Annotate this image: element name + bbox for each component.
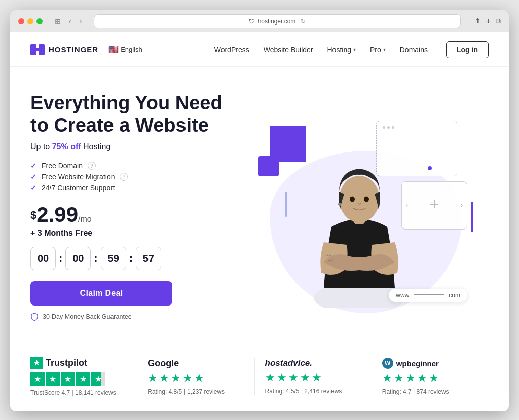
countdown-seconds: 59 xyxy=(101,247,126,270)
page-content: HOSTINGER 🇺🇸 English WordPress Website B… xyxy=(10,32,509,411)
minimize-dot[interactable] xyxy=(27,18,33,24)
new-tab-icon[interactable]: + xyxy=(486,17,491,26)
nav-wordpress[interactable]: WordPress xyxy=(214,46,249,54)
wp-icon: W xyxy=(382,358,393,369)
wpbeginner-rating-text: Rating: 4.7 | 874 reviews xyxy=(382,388,478,395)
star-3: ★ xyxy=(171,372,181,385)
maximize-dot[interactable] xyxy=(36,18,43,24)
star-half: ★ xyxy=(91,372,105,386)
countdown-sep: : xyxy=(94,252,97,265)
check-icon: ✓ xyxy=(30,162,36,170)
address-bar[interactable]: 🛡 hostinger.com ↻ xyxy=(94,14,460,28)
rating-trustpilot: ★ Trustpilot ★ ★ ★ ★ ★ TrustScore 4.7 | … xyxy=(30,357,137,396)
countdown-sep: : xyxy=(59,252,62,265)
info-icon[interactable]: ? xyxy=(120,173,128,181)
browser-titlebar: ⊞ ‹ › 🛡 hostinger.com ↻ ⬆ + ⧉ xyxy=(10,10,509,32)
ui-card-dashed xyxy=(376,121,457,176)
star-5: ★ xyxy=(194,372,204,385)
star-4: ★ xyxy=(182,372,193,385)
svg-point-8 xyxy=(350,196,355,202)
flag-icon: 🇺🇸 xyxy=(108,45,119,54)
star-5: ★ xyxy=(312,371,322,385)
feature-item: ✓ Free Website Migration ? xyxy=(30,173,243,181)
feature-label: 24/7 Customer Support xyxy=(42,184,115,192)
rating-google: Google ★ ★ ★ ★ ★ Rating: 4.8/5 | 1,237 r… xyxy=(137,358,254,395)
left-arrow-icon: ‹ xyxy=(406,202,408,209)
ui-card-solid: ‹ › xyxy=(401,181,467,230)
star-1: ★ xyxy=(265,371,275,385)
hostadvice-brand-name: hostadvice. xyxy=(265,358,361,368)
feature-label: Free Domain xyxy=(42,162,83,170)
trustpilot-logo: ★ Trustpilot xyxy=(30,357,127,369)
feature-label: Free Website Migration xyxy=(42,173,115,181)
star-2: ★ xyxy=(159,372,169,385)
claim-deal-button[interactable]: Claim Deal xyxy=(30,281,172,306)
star-3: ★ xyxy=(61,372,75,386)
share-icon[interactable]: ⬆ xyxy=(475,17,481,26)
forward-button[interactable]: › xyxy=(78,16,84,26)
hero-illustration-area: ‹ › xyxy=(243,95,489,318)
trustpilot-rating-text: TrustScore 4.7 | 18,141 reviews xyxy=(30,389,127,396)
guarantee-text: 30-Day Money-Back Guarantee xyxy=(30,313,243,321)
reload-icon[interactable]: ↻ xyxy=(301,18,306,25)
google-brand-name: Google xyxy=(147,358,244,369)
login-button[interactable]: Log in xyxy=(446,41,489,58)
browser-window: ⊞ ‹ › 🛡 hostinger.com ↻ ⬆ + ⧉ HOSTINGER xyxy=(10,10,509,411)
discount-highlight: 75% off xyxy=(52,142,81,151)
months-free-text: + 3 Months Free xyxy=(30,228,243,238)
url-bar: www. .com xyxy=(389,289,467,302)
info-icon[interactable]: ? xyxy=(88,162,96,170)
star-4: ★ xyxy=(300,371,310,385)
browser-dots xyxy=(18,18,43,24)
price-dollar: $ xyxy=(30,209,36,221)
security-icon: 🛡 xyxy=(249,18,255,25)
hero-content-left: Everything You Need to Create a Website … xyxy=(30,92,243,321)
countdown-minutes: 00 xyxy=(65,247,91,270)
lang-label: English xyxy=(121,46,142,53)
star-1: ★ xyxy=(382,372,392,385)
star-1: ★ xyxy=(30,372,45,386)
price-period: /mo xyxy=(78,215,92,223)
language-selector[interactable]: 🇺🇸 English xyxy=(108,45,142,54)
nav-pro[interactable]: Pro ▾ xyxy=(370,46,386,54)
hostadvice-rating-text: Rating: 4.5/5 | 2,416 reviews xyxy=(265,388,361,395)
sidebar-toggle-icon[interactable]: ⊞ xyxy=(53,16,63,26)
site-logo[interactable]: HOSTINGER xyxy=(30,44,98,55)
star-2: ★ xyxy=(394,372,404,385)
plus-icon xyxy=(428,198,440,213)
back-button[interactable]: ‹ xyxy=(67,16,73,26)
countdown-frames: 57 xyxy=(136,247,161,270)
purple-square-small xyxy=(258,156,279,176)
hero-section: Everything You Need to Create a Website … xyxy=(10,67,509,341)
star-2: ★ xyxy=(46,372,60,386)
star-1: ★ xyxy=(147,372,158,385)
svg-point-7 xyxy=(339,176,380,222)
svg-point-9 xyxy=(364,196,369,202)
small-accent-dot xyxy=(428,166,432,170)
browser-nav: ⊞ ‹ › xyxy=(53,16,84,26)
hosting-chevron-icon: ▾ xyxy=(353,47,356,52)
nav-website-builder[interactable]: Website Builder xyxy=(264,46,313,54)
svg-point-10 xyxy=(338,203,341,206)
browser-actions: ⬆ + ⧉ xyxy=(475,17,501,26)
close-dot[interactable] xyxy=(18,18,24,24)
hero-title: Everything You Need to Create a Website xyxy=(30,92,243,136)
star-4: ★ xyxy=(417,372,427,385)
main-nav: WordPress Website Builder Hosting ▾ Pro … xyxy=(214,41,489,58)
star-3: ★ xyxy=(288,371,299,385)
windows-icon[interactable]: ⧉ xyxy=(496,17,501,26)
hero-subtitle: Up to 75% off Hosting xyxy=(30,142,243,151)
card-dots xyxy=(383,126,394,129)
dot-3 xyxy=(392,126,394,129)
check-icon: ✓ xyxy=(30,184,36,192)
nav-hosting[interactable]: Hosting ▾ xyxy=(327,46,355,54)
feature-list: ✓ Free Domain ? ✓ Free Website Migration… xyxy=(30,162,243,192)
accent-bar-left xyxy=(285,192,287,217)
shield-icon xyxy=(30,313,39,321)
url-text: hostinger.com xyxy=(258,18,296,25)
trustpilot-star-logo: ★ xyxy=(30,357,43,369)
url-line xyxy=(414,294,444,295)
nav-domains[interactable]: Domains xyxy=(400,46,428,54)
site-header: HOSTINGER 🇺🇸 English WordPress Website B… xyxy=(10,32,509,67)
right-arrow-icon: › xyxy=(461,202,463,209)
